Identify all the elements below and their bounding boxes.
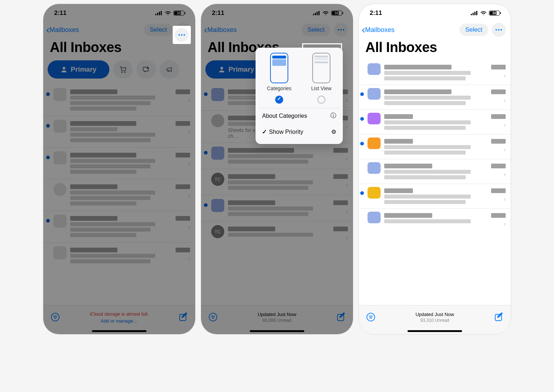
chat-icon	[142, 65, 150, 73]
status-time: 2:11	[54, 9, 67, 17]
cellular-icon	[155, 11, 162, 15]
ellipsis-icon	[338, 29, 344, 31]
svg-rect-1	[157, 13, 158, 15]
list-item[interactable]: TC›	[201, 221, 353, 244]
bottom-status: iCloud storage is almost full.Add or man…	[90, 311, 149, 324]
compose-button[interactable]	[178, 312, 188, 323]
ellipsis-icon	[495, 29, 502, 31]
list-item[interactable]: ›	[43, 179, 195, 211]
back-button[interactable]: ‹Mailboxes	[362, 25, 394, 35]
screenshot-1: 2:11 59 ‹Mailboxes Select All Inboxes Pr…	[43, 4, 196, 335]
screenshot-3: 2:11 59 ‹Mailboxes Select All Inboxes › …	[358, 4, 511, 335]
compose-button[interactable]	[336, 312, 346, 323]
list-item[interactable]: ›	[359, 159, 511, 184]
list-item[interactable]: TC›	[201, 169, 353, 195]
option-listview[interactable]: List View	[311, 53, 332, 104]
highlight-more	[173, 26, 191, 44]
status-bar: 2:11 59	[43, 4, 195, 22]
svg-rect-14	[318, 11, 320, 15]
option-label: Categories	[267, 85, 292, 91]
option-label: List View	[311, 85, 332, 91]
svg-point-8	[147, 67, 149, 69]
svg-rect-0	[155, 14, 156, 15]
chip-promos[interactable]	[160, 60, 179, 79]
gear-icon: ⚙	[331, 128, 336, 135]
list-item[interactable]: ›	[43, 84, 195, 116]
nav-bar: ‹Mailboxes Select	[201, 22, 353, 37]
person-icon	[61, 66, 67, 73]
bottom-toolbar: Updated Just Now93,310 Unread	[359, 305, 511, 334]
svg-rect-20	[474, 12, 475, 15]
svg-rect-2	[159, 12, 160, 15]
list-item[interactable]: ›	[359, 134, 511, 159]
status-bar: 2:11 59	[359, 4, 511, 22]
list-item[interactable]: ›	[359, 208, 511, 230]
list-item[interactable]: ›	[359, 109, 511, 134]
list-item[interactable]: ›	[43, 211, 195, 242]
chevron-left-icon: ‹	[46, 25, 49, 35]
bottom-toolbar: iCloud storage is almost full.Add or man…	[43, 305, 195, 334]
more-button[interactable]	[334, 23, 348, 37]
compose-button[interactable]	[494, 312, 503, 323]
bottom-status: Updated Just Now83,066 Unread	[258, 312, 296, 323]
about-categories-row[interactable]: About Categoriesⓘ	[259, 108, 339, 123]
list-item[interactable]: ›	[201, 143, 353, 169]
svg-rect-13	[317, 12, 318, 15]
page-title: All Inboxes	[359, 37, 511, 60]
home-indicator	[92, 330, 146, 332]
svg-point-15	[220, 67, 223, 69]
view-popover: Categories List View About Categoriesⓘ S…	[256, 48, 343, 144]
svg-point-4	[63, 67, 65, 69]
select-button[interactable]: Select	[302, 24, 330, 36]
chip-shopping[interactable]	[113, 60, 133, 79]
cellular-icon	[313, 11, 320, 15]
select-button[interactable]: Select	[144, 24, 173, 36]
category-chips: Primary	[43, 60, 195, 84]
list-item[interactable]: ›	[43, 242, 195, 268]
svg-rect-12	[315, 13, 316, 15]
show-priority-row[interactable]: Show Priority⚙	[259, 125, 339, 139]
list-item[interactable]: ›	[359, 60, 511, 85]
svg-rect-3	[161, 11, 162, 15]
email-list: › › › › › › ›	[359, 60, 511, 230]
select-button[interactable]: Select	[459, 24, 488, 36]
option-radio	[275, 96, 283, 104]
email-list: › › › › › ›	[43, 84, 195, 268]
home-indicator	[408, 330, 462, 332]
megaphone-icon	[165, 65, 173, 73]
bottom-toolbar: Updated Just Now83,066 Unread	[201, 305, 353, 334]
filter-button[interactable]	[366, 312, 376, 323]
svg-point-6	[124, 72, 125, 73]
svg-rect-21	[476, 11, 477, 15]
categories-preview-icon	[270, 53, 288, 83]
svg-rect-11	[313, 14, 314, 15]
back-button[interactable]: ‹Mailboxes	[204, 25, 237, 35]
battery-icon: 59	[173, 11, 184, 16]
listview-preview-icon	[312, 53, 330, 83]
battery-icon: 59	[331, 11, 342, 16]
svg-point-5	[121, 72, 123, 73]
screenshot-2: 2:11 59 ‹Mailboxes Select All Inboxes Pr…	[201, 4, 353, 335]
filter-button[interactable]	[208, 312, 218, 323]
status-bar: 2:11 59	[201, 4, 353, 22]
chip-primary[interactable]: Primary	[48, 60, 109, 79]
option-categories[interactable]: Categories	[267, 53, 292, 104]
wifi-icon	[322, 11, 329, 16]
more-button[interactable]	[492, 23, 506, 37]
list-item[interactable]: ›	[43, 116, 195, 147]
info-icon: ⓘ	[330, 112, 336, 120]
wifi-icon	[480, 11, 487, 16]
back-button[interactable]: ‹Mailboxes	[46, 25, 79, 35]
filter-button[interactable]	[51, 312, 60, 323]
svg-rect-18	[471, 14, 472, 15]
cart-icon	[119, 65, 127, 73]
cellular-icon	[471, 11, 478, 15]
list-item[interactable]: ›	[359, 85, 511, 109]
list-item[interactable]: ›	[201, 195, 353, 221]
list-item[interactable]: ›	[359, 184, 511, 208]
filter-icon	[51, 312, 60, 322]
chip-social[interactable]	[136, 60, 156, 79]
compose-icon	[178, 312, 188, 322]
svg-rect-19	[473, 13, 474, 15]
list-item[interactable]: ›	[43, 147, 195, 179]
